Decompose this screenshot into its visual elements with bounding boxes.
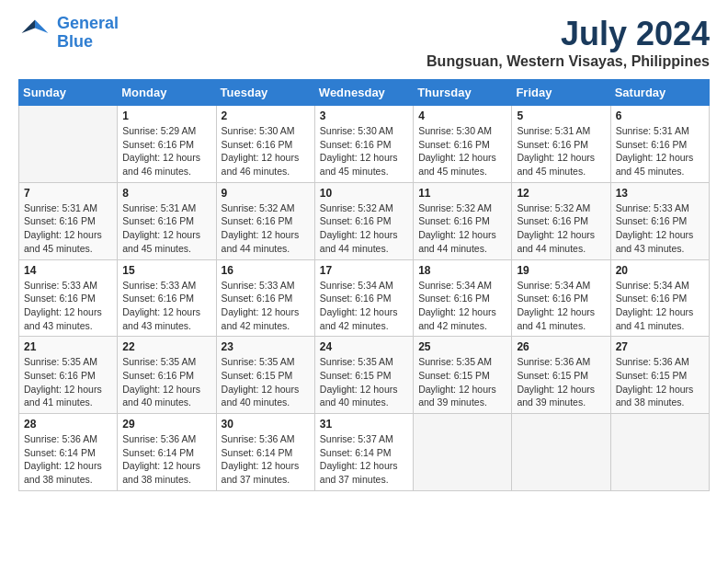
header-tuesday: Tuesday	[216, 80, 314, 106]
day-info: Sunrise: 5:33 AM Sunset: 6:16 PM Dayligh…	[616, 201, 704, 256]
day-number: 6	[616, 109, 704, 122]
logo-line1: General	[57, 14, 119, 32]
day-info: Sunrise: 5:35 AM Sunset: 6:16 PM Dayligh…	[122, 355, 210, 409]
calendar-cell: 14Sunrise: 5:33 AM Sunset: 6:16 PM Dayli…	[19, 259, 118, 337]
day-info: Sunrise: 5:31 AM Sunset: 6:16 PM Dayligh…	[517, 124, 605, 178]
day-number: 25	[418, 340, 506, 353]
day-info: Sunrise: 5:35 AM Sunset: 6:15 PM Dayligh…	[222, 355, 310, 409]
day-number: 8	[122, 187, 210, 200]
calendar-week-4: 21Sunrise: 5:35 AM Sunset: 6:16 PM Dayli…	[19, 337, 710, 414]
calendar-cell: 16Sunrise: 5:33 AM Sunset: 6:16 PM Dayli…	[216, 259, 314, 337]
day-info: Sunrise: 5:36 AM Sunset: 6:15 PM Dayligh…	[616, 355, 704, 409]
day-number: 7	[24, 187, 112, 200]
logo-text: General Blue	[57, 15, 119, 52]
day-number: 27	[616, 340, 704, 353]
calendar-cell: 28Sunrise: 5:36 AM Sunset: 6:14 PM Dayli…	[19, 414, 118, 491]
calendar-cell: 1Sunrise: 5:29 AM Sunset: 6:16 PM Daylig…	[118, 106, 216, 183]
day-info: Sunrise: 5:35 AM Sunset: 6:15 PM Dayligh…	[320, 355, 408, 409]
day-number: 9	[222, 187, 310, 200]
logo-line2: Blue	[57, 32, 93, 51]
calendar-cell: 5Sunrise: 5:31 AM Sunset: 6:16 PM Daylig…	[512, 106, 610, 183]
calendar-cell: 9Sunrise: 5:32 AM Sunset: 6:16 PM Daylig…	[216, 182, 314, 259]
calendar-cell	[512, 414, 610, 491]
day-info: Sunrise: 5:30 AM Sunset: 6:16 PM Dayligh…	[320, 124, 408, 178]
day-info: Sunrise: 5:34 AM Sunset: 6:16 PM Dayligh…	[517, 279, 605, 333]
day-info: Sunrise: 5:31 AM Sunset: 6:16 PM Dayligh…	[616, 124, 704, 178]
header-friday: Friday	[512, 80, 610, 106]
calendar-cell: 6Sunrise: 5:31 AM Sunset: 6:16 PM Daylig…	[610, 106, 709, 183]
day-number: 10	[320, 187, 408, 200]
calendar-cell	[610, 414, 709, 491]
header-wednesday: Wednesday	[314, 80, 413, 106]
day-info: Sunrise: 5:32 AM Sunset: 6:16 PM Dayligh…	[320, 201, 408, 256]
day-number: 17	[320, 264, 408, 277]
calendar-week-3: 14Sunrise: 5:33 AM Sunset: 6:16 PM Dayli…	[19, 259, 710, 337]
day-number: 20	[616, 264, 704, 277]
day-number: 30	[222, 418, 310, 431]
day-info: Sunrise: 5:36 AM Sunset: 6:14 PM Dayligh…	[222, 432, 310, 487]
day-info: Sunrise: 5:34 AM Sunset: 6:16 PM Dayligh…	[320, 279, 408, 333]
day-info: Sunrise: 5:34 AM Sunset: 6:16 PM Dayligh…	[418, 279, 506, 333]
day-info: Sunrise: 5:35 AM Sunset: 6:16 PM Dayligh…	[24, 355, 112, 409]
calendar-cell: 19Sunrise: 5:34 AM Sunset: 6:16 PM Dayli…	[512, 259, 610, 337]
calendar-cell: 30Sunrise: 5:36 AM Sunset: 6:14 PM Dayli…	[216, 414, 314, 491]
header-sunday: Sunday	[19, 80, 118, 106]
day-number: 26	[517, 340, 605, 353]
day-info: Sunrise: 5:36 AM Sunset: 6:14 PM Dayligh…	[24, 432, 112, 487]
calendar-cell: 27Sunrise: 5:36 AM Sunset: 6:15 PM Dayli…	[610, 337, 709, 414]
day-info: Sunrise: 5:33 AM Sunset: 6:16 PM Dayligh…	[222, 279, 310, 333]
title-area: July 2024 Bungsuan, Western Visayas, Phi…	[427, 15, 710, 70]
calendar-cell: 25Sunrise: 5:35 AM Sunset: 6:15 PM Dayli…	[414, 337, 512, 414]
calendar-cell: 2Sunrise: 5:30 AM Sunset: 6:16 PM Daylig…	[216, 106, 314, 183]
logo-icon	[18, 17, 51, 50]
day-number: 13	[616, 187, 704, 200]
day-number: 5	[517, 109, 605, 122]
day-number: 23	[222, 340, 310, 353]
day-number: 18	[418, 264, 506, 277]
calendar-cell: 18Sunrise: 5:34 AM Sunset: 6:16 PM Dayli…	[414, 259, 512, 337]
calendar-cell	[19, 106, 118, 183]
calendar-cell: 10Sunrise: 5:32 AM Sunset: 6:16 PM Dayli…	[314, 182, 413, 259]
day-info: Sunrise: 5:34 AM Sunset: 6:16 PM Dayligh…	[616, 279, 704, 333]
calendar-week-2: 7Sunrise: 5:31 AM Sunset: 6:16 PM Daylig…	[19, 182, 710, 259]
calendar-cell: 21Sunrise: 5:35 AM Sunset: 6:16 PM Dayli…	[19, 337, 118, 414]
calendar-cell: 3Sunrise: 5:30 AM Sunset: 6:16 PM Daylig…	[314, 106, 413, 183]
day-number: 11	[418, 187, 506, 200]
calendar-cell: 22Sunrise: 5:35 AM Sunset: 6:16 PM Dayli…	[118, 337, 216, 414]
day-info: Sunrise: 5:31 AM Sunset: 6:16 PM Dayligh…	[24, 201, 112, 256]
calendar-cell	[414, 414, 512, 491]
day-number: 19	[517, 264, 605, 277]
calendar-cell: 4Sunrise: 5:30 AM Sunset: 6:16 PM Daylig…	[414, 106, 512, 183]
calendar-week-1: 1Sunrise: 5:29 AM Sunset: 6:16 PM Daylig…	[19, 106, 710, 183]
day-number: 2	[222, 109, 310, 122]
calendar-cell: 23Sunrise: 5:35 AM Sunset: 6:15 PM Dayli…	[216, 337, 314, 414]
day-number: 24	[320, 340, 408, 353]
calendar-cell: 26Sunrise: 5:36 AM Sunset: 6:15 PM Dayli…	[512, 337, 610, 414]
calendar-cell: 31Sunrise: 5:37 AM Sunset: 6:14 PM Dayli…	[314, 414, 413, 491]
day-number: 22	[122, 340, 210, 353]
day-info: Sunrise: 5:37 AM Sunset: 6:14 PM Dayligh…	[320, 432, 408, 487]
day-number: 28	[24, 418, 112, 431]
header: General Blue July 2024 Bungsuan, Western…	[18, 15, 710, 70]
calendar-cell: 11Sunrise: 5:32 AM Sunset: 6:16 PM Dayli…	[414, 182, 512, 259]
calendar-table: SundayMondayTuesdayWednesdayThursdayFrid…	[18, 79, 710, 491]
calendar-cell: 29Sunrise: 5:36 AM Sunset: 6:14 PM Dayli…	[118, 414, 216, 491]
day-number: 31	[320, 418, 408, 431]
day-info: Sunrise: 5:33 AM Sunset: 6:16 PM Dayligh…	[24, 279, 112, 333]
day-info: Sunrise: 5:29 AM Sunset: 6:16 PM Dayligh…	[122, 124, 210, 178]
location-title: Bungsuan, Western Visayas, Philippines	[427, 53, 710, 70]
calendar-cell: 17Sunrise: 5:34 AM Sunset: 6:16 PM Dayli…	[314, 259, 413, 337]
month-year-title: July 2024	[427, 15, 710, 53]
calendar-cell: 20Sunrise: 5:34 AM Sunset: 6:16 PM Dayli…	[610, 259, 709, 337]
day-number: 16	[222, 264, 310, 277]
calendar-cell: 8Sunrise: 5:31 AM Sunset: 6:16 PM Daylig…	[118, 182, 216, 259]
calendar-cell: 15Sunrise: 5:33 AM Sunset: 6:16 PM Dayli…	[118, 259, 216, 337]
day-number: 14	[24, 264, 112, 277]
day-number: 21	[24, 340, 112, 353]
day-number: 12	[517, 187, 605, 200]
day-info: Sunrise: 5:32 AM Sunset: 6:16 PM Dayligh…	[418, 201, 506, 256]
calendar-cell: 24Sunrise: 5:35 AM Sunset: 6:15 PM Dayli…	[314, 337, 413, 414]
day-info: Sunrise: 5:30 AM Sunset: 6:16 PM Dayligh…	[418, 124, 506, 178]
day-number: 29	[122, 418, 210, 431]
header-thursday: Thursday	[414, 80, 512, 106]
